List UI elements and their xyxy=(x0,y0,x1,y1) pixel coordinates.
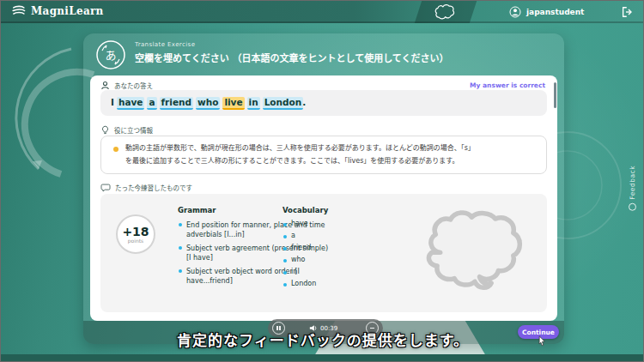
feedback-label: Feedback xyxy=(629,166,636,200)
answer-word: in xyxy=(247,97,260,110)
feedback-tab[interactable]: Feedback xyxy=(629,166,636,211)
answer-box: IhaveafriendwholiveinLondon. xyxy=(100,90,547,116)
answer-section-label: あなたの答え xyxy=(114,81,153,90)
app-frame: MagniLearn japanstudent Feedback xyxy=(0,0,644,362)
logout-icon[interactable] xyxy=(621,6,634,18)
answer-word: London xyxy=(263,97,304,110)
info-section-label: 役に立つ情報 xyxy=(114,125,153,135)
info-section-label-row: 役に立つ情報 xyxy=(100,125,153,135)
answer-status-link[interactable]: My answer is correct xyxy=(470,81,545,89)
exercise-instruction: 空欄を埋めてください （日本語の文章をヒントとして使用してください） xyxy=(135,51,449,64)
feedback-icon xyxy=(629,203,636,211)
vocabulary-list: haveafriendwhoinLondon xyxy=(283,220,351,288)
translate-exercise-icon: あ xyxy=(95,39,126,70)
tip-box: 動詞の主語が単数形で、動詞が現在形の場合は、三人称を使用する必要があります。ほと… xyxy=(100,136,547,174)
vocabulary-item: have xyxy=(291,220,351,228)
magnilearn-logo-icon xyxy=(11,4,26,17)
exercise-type-label: Translate Exercise xyxy=(135,41,195,48)
points-unit: points xyxy=(128,238,143,244)
top-bar: MagniLearn japanstudent xyxy=(1,1,644,23)
vocabulary-item: a xyxy=(291,232,351,240)
subtitle: 肯定的なフィードバックの提供をします。 xyxy=(1,329,644,350)
vocabulary-column: Vocabulary haveafriendwhoinLondon xyxy=(283,206,351,293)
content-panel: あなたの答え My answer is correct Ihaveafriend… xyxy=(90,75,557,321)
tip-text: 動詞の主語が単数形で、動詞が現在形の場合は、三人称を使用する必要があります。ほと… xyxy=(125,142,532,167)
tip-bullet xyxy=(113,147,118,152)
card-header: あ Translate Exercise 空欄を埋めてください （日本語の文章を… xyxy=(83,33,564,75)
exercise-card: あ Translate Exercise 空欄を埋めてください （日本語の文章を… xyxy=(83,33,564,344)
brain-illustration xyxy=(420,209,530,293)
username: japanstudent xyxy=(526,8,584,16)
practiced-box: +18 points Grammar End position for mann… xyxy=(100,194,547,312)
avatar-icon xyxy=(509,6,521,18)
vocabulary-item: who xyxy=(291,256,351,264)
answer-word: I xyxy=(111,97,114,110)
tip-line-1: 動詞の主語が単数形で、動詞が現在形の場合は、三人称を使用する必要があります。ほと… xyxy=(125,142,532,154)
vocabulary-title: Vocabulary xyxy=(283,206,351,214)
brand-name: MagniLearn xyxy=(31,5,104,17)
answer-sentence: IhaveafriendwholiveinLondon. xyxy=(111,97,308,110)
answer-word: have xyxy=(117,97,145,110)
brain-chat-icon[interactable] xyxy=(434,4,456,21)
brand[interactable]: MagniLearn xyxy=(11,4,104,17)
scrollbar-thumb[interactable] xyxy=(554,82,556,108)
mouse-cursor-icon xyxy=(538,335,546,347)
answer-section-label-row: あなたの答え xyxy=(100,81,153,90)
points-badge: +18 points xyxy=(116,214,155,254)
answer-word: a xyxy=(147,97,156,110)
speech-bubble-icon xyxy=(100,184,111,192)
lightbulb-icon xyxy=(100,125,110,135)
vocabulary-item: in xyxy=(291,268,351,276)
answer-word: . xyxy=(302,97,306,109)
answer-word: friend xyxy=(160,97,193,110)
bottom-strip xyxy=(1,354,644,361)
user-menu[interactable]: japanstudent xyxy=(509,1,584,23)
answer-word: live xyxy=(222,97,244,110)
answer-word: who xyxy=(196,97,220,110)
tip-line-2: を最後に追加することで三人称の形にすることができます。ここでは、「lives」を… xyxy=(125,154,532,167)
vocabulary-item: London xyxy=(291,281,351,288)
person-icon xyxy=(100,81,110,90)
practiced-section-label-row: たった今練習したものです xyxy=(100,183,192,192)
vocabulary-item: friend xyxy=(291,244,351,252)
svg-text:あ: あ xyxy=(105,49,116,62)
practiced-section-label: たった今練習したものです xyxy=(115,183,192,192)
points-value: +18 xyxy=(122,226,149,238)
